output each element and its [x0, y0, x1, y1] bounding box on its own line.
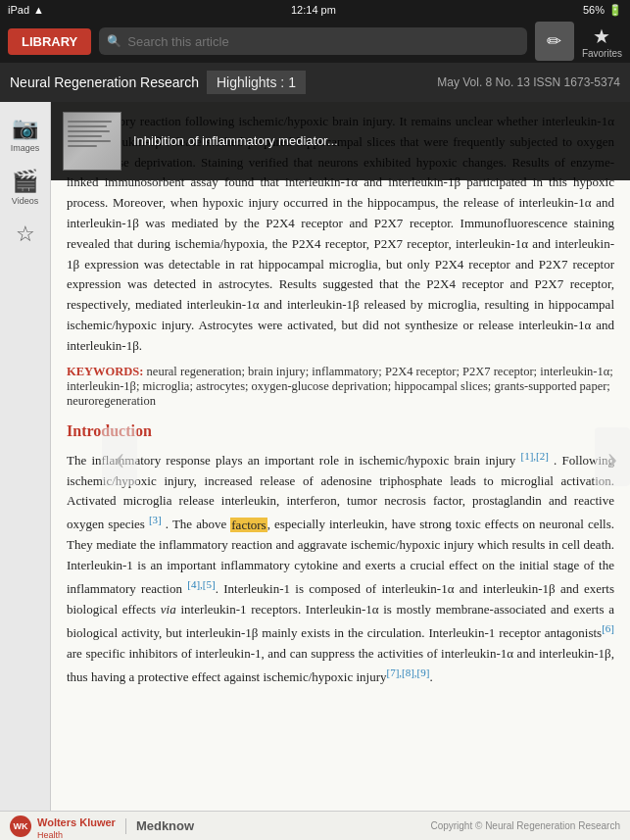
camera-icon: 📷: [12, 116, 38, 141]
search-input[interactable]: [127, 34, 519, 49]
main-area: 📷 Images 🎬 Videos ☆: [0, 102, 630, 811]
wk-circle-icon: WK: [10, 815, 31, 837]
intro-text-7: are specific inhibitors of interleukin-1…: [67, 646, 614, 684]
medknow-label: Medknow: [136, 818, 194, 833]
images-label: Images: [11, 143, 40, 153]
ref-1[interactable]: [1],[2]: [521, 450, 549, 462]
sidebar-item-videos[interactable]: 🎬 Videos: [0, 163, 50, 212]
intro-text-8: .: [429, 669, 432, 684]
article-meta: May Vol. 8 No. 13 ISSN 1673-5374: [306, 75, 620, 89]
video-icon: 🎬: [12, 169, 38, 194]
next-page-arrow[interactable]: ›: [595, 427, 630, 486]
keywords-label: KEYWORDS:: [67, 365, 143, 378]
ref-5[interactable]: [7],[8],[9]: [386, 667, 429, 678]
highlight-popup[interactable]: Inhibition of inflammatory mediator...: [51, 102, 630, 180]
toolbar: LIBRARY 🔍 ✏ ★ Favorites: [0, 20, 630, 63]
favorites-label: Favorites: [582, 48, 622, 59]
library-button[interactable]: LIBRARY: [8, 28, 91, 55]
search-bar[interactable]: 🔍: [99, 27, 527, 55]
footer-divider: [125, 818, 126, 834]
wolters-kluwer-text: Wolters Kluwer Health: [37, 813, 116, 840]
device-label: iPad: [8, 4, 29, 16]
copyright-text: Copyright © Neural Regeneration Research: [430, 820, 620, 831]
intro-paragraph: The inflammatory response plays an impor…: [67, 448, 614, 688]
status-bar: iPad ▲ 12:14 pm 56% 🔋: [0, 0, 630, 20]
highlights-badge[interactable]: Highlights : 1: [207, 71, 306, 94]
wk-logo: WK: [10, 815, 31, 837]
keywords-paragraph: KEYWORDS: neural regeneration; brain inj…: [67, 365, 614, 409]
sidebar-item-images[interactable]: 📷 Images: [0, 110, 50, 159]
star-icon: ★: [593, 25, 610, 48]
intro-text-3: . The above: [162, 518, 231, 532]
popup-thumbnail: [63, 112, 121, 171]
status-right: 56% 🔋: [583, 4, 622, 17]
highlighted-word: factors: [230, 518, 267, 532]
left-sidebar: 📷 Images 🎬 Videos ☆: [0, 102, 51, 811]
footer: WK Wolters Kluwer Health Medknow Copyrig…: [0, 811, 630, 840]
article-body[interactable]: Inhibition of inflammatory mediator... i…: [51, 102, 630, 811]
toolbar-right: ✏ ★ Favorites: [535, 22, 622, 61]
footer-left: WK Wolters Kluwer Health Medknow: [10, 813, 194, 840]
introduction-heading: Introduction: [67, 422, 614, 440]
ref-2[interactable]: [3]: [149, 514, 162, 525]
time-display: 12:14 pm: [291, 4, 336, 16]
battery-icon: 🔋: [608, 4, 622, 17]
sidebar-item-bookmark[interactable]: ☆: [0, 216, 50, 253]
prev-page-arrow[interactable]: ‹: [102, 427, 137, 486]
keywords-content: neural regeneration; brain injury; infla…: [67, 365, 613, 408]
article-title: Neural Regeneration Research: [10, 74, 199, 90]
videos-label: Videos: [12, 196, 38, 206]
article-content: inflammatory reaction following ischemic…: [51, 102, 630, 704]
status-left: iPad ▲: [8, 4, 44, 16]
search-icon: 🔍: [107, 34, 121, 49]
pencil-icon: ✏: [547, 30, 561, 52]
annotate-button[interactable]: ✏: [535, 22, 574, 61]
favorites-button[interactable]: ★ Favorites: [582, 25, 622, 59]
intro-italic: via: [161, 602, 176, 617]
ref-3[interactable]: [4],[5]: [187, 578, 215, 590]
star-outline-icon: ☆: [16, 222, 35, 247]
battery-label: 56%: [583, 4, 605, 16]
ref-4[interactable]: [6]: [602, 622, 614, 634]
wifi-icon: ▲: [33, 4, 44, 16]
popup-text: Inhibition of inflammatory mediator...: [133, 132, 618, 150]
article-header: Neural Regeneration Research Highlights …: [0, 63, 630, 102]
